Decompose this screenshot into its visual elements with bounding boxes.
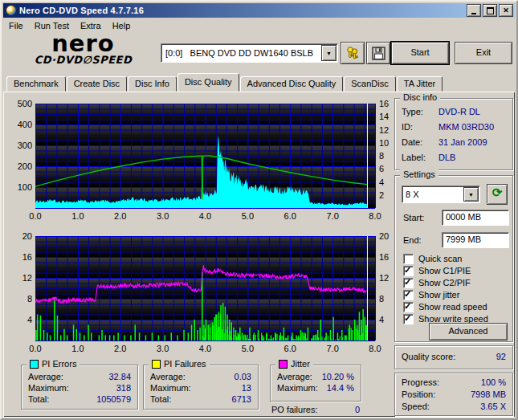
quality-score-value: 92 bbox=[496, 352, 506, 361]
quality-score-box: Quality score: 92 bbox=[394, 345, 513, 369]
end-position-input[interactable]: 7999 MB bbox=[442, 232, 509, 248]
progress-row: Progress:100 % bbox=[402, 377, 506, 389]
speed-select[interactable]: 8 X ▼ bbox=[402, 186, 480, 203]
pi-errors-chart: 1002003004005002468101214160.01.02.03.04… bbox=[5, 96, 394, 222]
disc-info-group: Disc info Type:DVD-R DL ID:MKM 03RD30 Da… bbox=[394, 98, 513, 170]
disc-quality-page: 1002003004005002468101214160.01.02.03.04… bbox=[3, 92, 515, 417]
drive-select[interactable]: [0:0] BENQ DVD DD DW1640 BSLB ▼ bbox=[161, 43, 338, 63]
app-window: Nero CD-DVD Speed 4.7.7.16 ✕ File Run Te… bbox=[0, 0, 518, 420]
svg-text:6.0: 6.0 bbox=[284, 211, 296, 221]
svg-text:500: 500 bbox=[18, 99, 32, 108]
jitter-maximum-row: Maximum:14.4 % bbox=[277, 383, 354, 394]
disc-type-value: DVD-R DL bbox=[438, 107, 480, 116]
svg-text:16: 16 bbox=[379, 99, 389, 108]
svg-text:4: 4 bbox=[379, 315, 384, 324]
disc-label-row: Label:DLB bbox=[402, 153, 506, 164]
minimize-button[interactable] bbox=[467, 4, 481, 17]
speed-row: Speed:3.65 X bbox=[402, 402, 506, 413]
disc-type-row: Type:DVD-R DL bbox=[402, 107, 506, 118]
svg-text:1.0: 1.0 bbox=[71, 211, 84, 221]
tab-disc-quality[interactable]: Disc Quality bbox=[177, 73, 239, 92]
window-title: Nero CD-DVD Speed 4.7.7.16 bbox=[19, 6, 465, 15]
jitter-swatch bbox=[279, 360, 288, 369]
svg-text:2.0: 2.0 bbox=[114, 211, 126, 221]
speed-select-value: 8 X bbox=[402, 190, 463, 199]
checkbox-show-jitter[interactable]: Show jitter bbox=[403, 289, 459, 300]
svg-text:10: 10 bbox=[379, 138, 389, 148]
svg-text:6: 6 bbox=[379, 164, 384, 173]
settings-group: Settings 8 X ▼ ⟳ Start: 0000 MB End: 799… bbox=[394, 175, 513, 342]
app-icon bbox=[6, 5, 17, 16]
tab-advanced-disc-quality[interactable]: Advanced Disc Quality bbox=[240, 76, 344, 92]
close-button[interactable]: ✕ bbox=[499, 4, 513, 17]
tab-disc-info[interactable]: Disc Info bbox=[128, 76, 177, 92]
toolbar: nero CD·DVD∅SPEED [0:0] BENQ DVD DD DW16… bbox=[3, 33, 515, 75]
checkbox-show-c1-pie[interactable]: Show C1/PIE bbox=[403, 265, 471, 276]
menu-file[interactable]: File bbox=[3, 19, 29, 32]
tab-strip: Benchmark Create Disc Disc Info Disc Qua… bbox=[3, 75, 515, 92]
svg-text:20: 20 bbox=[379, 231, 389, 241]
tab-scandisc[interactable]: ScanDisc bbox=[344, 76, 395, 92]
chevron-down-icon[interactable]: ▼ bbox=[321, 45, 336, 61]
svg-text:4.0: 4.0 bbox=[199, 344, 211, 353]
svg-text:300: 300 bbox=[18, 141, 32, 150]
svg-text:400: 400 bbox=[18, 120, 32, 129]
settings-title: Settings bbox=[400, 169, 438, 179]
start-position-input[interactable]: 0000 MB bbox=[442, 210, 509, 226]
svg-text:16: 16 bbox=[379, 252, 389, 262]
checkbox-icon bbox=[403, 278, 414, 288]
disc-info-title: Disc info bbox=[400, 92, 440, 102]
refresh-icon: ⟳ bbox=[492, 186, 503, 199]
tab-ta-jitter[interactable]: TA Jitter bbox=[397, 76, 443, 92]
pi-errors-swatch bbox=[30, 360, 39, 369]
speed-value: 3.65 X bbox=[480, 402, 506, 411]
svg-text:16: 16 bbox=[22, 252, 32, 262]
position-value: 7998 MB bbox=[471, 389, 506, 399]
quality-score-label: Quality score: bbox=[402, 352, 455, 361]
options-button[interactable] bbox=[341, 42, 365, 64]
po-failures-label: PO failures: bbox=[271, 405, 317, 414]
svg-text:8.0: 8.0 bbox=[369, 344, 381, 353]
floppy-icon bbox=[372, 47, 385, 60]
pif-maximum-row: Maximum:13 bbox=[150, 383, 251, 394]
checkbox-icon bbox=[403, 314, 414, 324]
tab-benchmark[interactable]: Benchmark bbox=[6, 76, 66, 92]
jitter-average-row: Average:10.20 % bbox=[277, 372, 354, 383]
disc-date-row: Date:31 Jan 2009 bbox=[402, 137, 506, 149]
svg-text:4: 4 bbox=[379, 177, 384, 187]
pif-average-row: Average:0.03 bbox=[150, 372, 251, 383]
svg-text:12: 12 bbox=[22, 273, 32, 283]
checkbox-show-c2-pif[interactable]: Show C2/PIF bbox=[403, 277, 471, 288]
svg-text:3.0: 3.0 bbox=[157, 344, 169, 353]
nero-logo-text: nero bbox=[13, 33, 153, 54]
svg-text:7.0: 7.0 bbox=[326, 344, 338, 353]
checkbox-quick-scan[interactable]: Quick scan bbox=[403, 253, 462, 264]
pi-failures-group: PI Failures Average:0.03 Maximum:13 Tota… bbox=[143, 365, 259, 410]
nero-logo: nero CD·DVD∅SPEED bbox=[13, 33, 153, 66]
svg-text:12: 12 bbox=[379, 273, 389, 283]
jitter-group: Jitter Average:10.20 % Maximum:14.4 % bbox=[270, 365, 361, 402]
advanced-button[interactable]: Advanced bbox=[429, 323, 508, 340]
progress-value: 100 % bbox=[481, 377, 506, 387]
pif-total-row: Total:6713 bbox=[150, 394, 251, 406]
svg-text:1.0: 1.0 bbox=[71, 344, 84, 353]
disc-id-row: ID:MKM 03RD30 bbox=[402, 122, 506, 133]
svg-text:5.0: 5.0 bbox=[242, 211, 254, 221]
svg-text:5.0: 5.0 bbox=[242, 344, 254, 353]
chevron-down-icon[interactable]: ▼ bbox=[463, 187, 479, 202]
tab-create-disc[interactable]: Create Disc bbox=[67, 76, 127, 92]
po-failures-value: 0 bbox=[355, 405, 360, 414]
save-button[interactable] bbox=[366, 42, 390, 64]
exit-button[interactable]: Exit bbox=[455, 42, 512, 64]
maximize-button[interactable] bbox=[483, 4, 497, 17]
svg-text:8: 8 bbox=[27, 294, 32, 304]
end-position-label: End: bbox=[403, 235, 422, 245]
start-button[interactable]: Start bbox=[391, 42, 449, 64]
checkbox-icon bbox=[403, 290, 414, 300]
svg-text:4.0: 4.0 bbox=[199, 211, 211, 221]
refresh-button[interactable]: ⟳ bbox=[487, 184, 508, 205]
pie-maximum-row: Maximum:318 bbox=[28, 383, 131, 394]
svg-text:0.0: 0.0 bbox=[29, 211, 41, 221]
checkbox-show-read-speed[interactable]: Show read speed bbox=[403, 301, 487, 312]
progress-box: Progress:100 % Position:7998 MB Speed:3.… bbox=[394, 373, 513, 416]
